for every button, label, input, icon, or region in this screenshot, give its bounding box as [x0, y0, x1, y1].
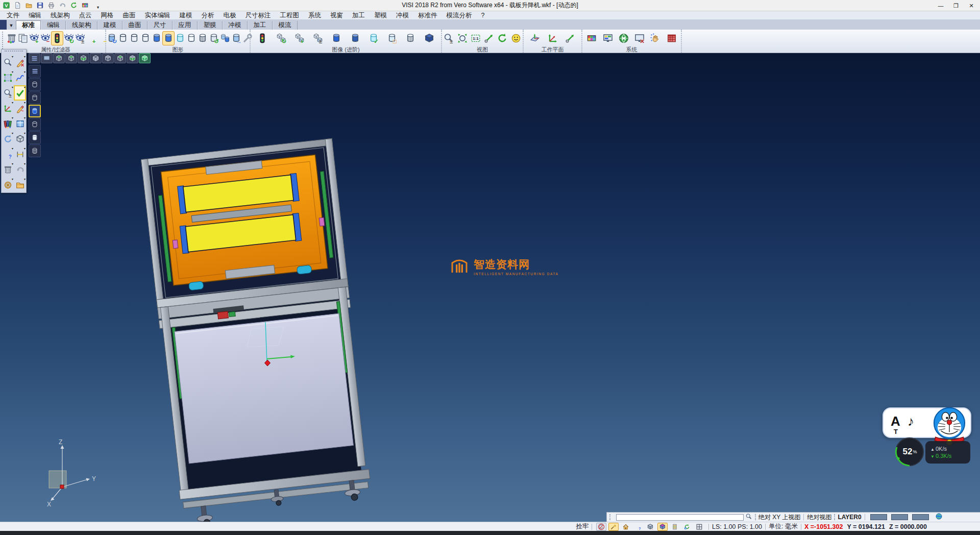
tab-加工[interactable]: 加工	[248, 21, 273, 30]
render-banded-icon[interactable]	[350, 33, 361, 44]
render-list-icon[interactable]	[29, 65, 41, 78]
graphic-pair-icon[interactable]	[219, 33, 231, 44]
tab-模流[interactable]: 模流	[273, 21, 298, 30]
snap-home-icon[interactable]	[622, 523, 629, 530]
pick-wand-icon[interactable]	[608, 523, 619, 531]
menu-标准件[interactable]: 标准件	[413, 11, 442, 19]
sketch-curve-icon[interactable]: ~	[15, 104, 25, 113]
show-plus-icon[interactable]: +	[86, 31, 97, 45]
sketch-curve-icon[interactable]: ~▾	[14, 101, 26, 116]
view-arrow-icon[interactable]	[483, 33, 495, 44]
open-project-icon[interactable]: ▾	[14, 177, 26, 192]
render-tag-icon[interactable]: □	[385, 31, 399, 45]
ghost-icon[interactable]	[31, 134, 39, 142]
render-list-icon[interactable]	[31, 67, 39, 75]
menu-加工[interactable]: 加工	[348, 11, 370, 19]
filter-plusminus-icon[interactable]: ±	[75, 33, 86, 44]
close-button[interactable]: ✕	[964, 0, 979, 11]
view-refresh-icon[interactable]	[497, 33, 508, 44]
graphic-wire2-icon[interactable]	[129, 31, 140, 45]
system-screen-icon[interactable]	[602, 33, 614, 44]
auto-rotate-icon[interactable]: +	[683, 523, 691, 530]
attribute-books-icon[interactable]: ▾	[2, 116, 14, 131]
xray-icon[interactable]	[29, 144, 41, 157]
navigator-wheel-icon[interactable]	[3, 180, 13, 190]
render-cube-icon[interactable]	[423, 31, 436, 45]
dynamic-cube-icon[interactable]	[657, 523, 668, 531]
filter-remove-icon[interactable]: −	[40, 33, 51, 44]
overlay-widget-pill[interactable]: A ♪ T	[883, 407, 971, 438]
view-shaded-icon[interactable]	[139, 53, 151, 63]
menu-电极[interactable]: 电极	[219, 11, 241, 19]
render-banded-icon[interactable]	[349, 31, 362, 45]
refresh-icon[interactable]	[69, 1, 78, 10]
cube-arrow-icon[interactable]: →	[645, 523, 655, 531]
view-top-icon[interactable]	[65, 53, 77, 63]
tab-线架构[interactable]: 线架构	[66, 21, 97, 30]
color-swatch-3[interactable]	[912, 514, 929, 520]
workplane-move-icon[interactable]	[547, 33, 558, 44]
system-palette-icon[interactable]	[585, 31, 598, 45]
workplane-create-icon[interactable]	[529, 33, 541, 44]
grid-window-icon[interactable]	[694, 523, 704, 531]
search-icon[interactable]	[745, 513, 752, 522]
render-edit-icon[interactable]: ±	[312, 33, 324, 44]
attribute-books-icon[interactable]	[3, 119, 13, 129]
menu-?[interactable]: ?	[477, 11, 489, 19]
system-globe-tools-icon[interactable]	[618, 33, 629, 44]
graphic-shaded-icon[interactable]	[163, 33, 174, 44]
color-swatch-2[interactable]	[891, 514, 908, 520]
view-bottom-icon[interactable]	[80, 55, 87, 62]
graphic-striped-icon[interactable]	[197, 33, 208, 44]
graphic-wire1-icon[interactable]	[117, 33, 129, 44]
zoom-one-to-one-icon[interactable]: 1:1	[470, 33, 481, 44]
color-swatch-1[interactable]	[870, 514, 887, 520]
system-grid-icon[interactable]	[665, 31, 678, 45]
render-cube-icon[interactable]	[424, 33, 435, 44]
view-back-icon[interactable]	[102, 53, 114, 63]
menu-尺寸标注[interactable]: 尺寸标注	[241, 11, 276, 19]
maximize-button[interactable]: ❐	[948, 0, 964, 11]
visi-logo[interactable]: V	[2, 1, 11, 10]
show-plus-icon[interactable]: +	[86, 33, 97, 44]
xray-icon[interactable]	[31, 147, 39, 155]
cube-arrow-icon[interactable]: →	[647, 523, 654, 530]
view-top-icon[interactable]	[67, 55, 75, 62]
open-project-icon[interactable]	[15, 180, 25, 190]
tab-dropdown-button[interactable]: ▼	[7, 21, 16, 30]
selection-filter-icon[interactable]: ▾	[2, 55, 14, 70]
navigator-wheel-icon[interactable]: ▾	[2, 177, 14, 192]
menu-系统[interactable]: 系统	[304, 11, 326, 19]
menu-工程图[interactable]: 工程图	[276, 11, 304, 19]
menu-视窗[interactable]: 视窗	[326, 11, 348, 19]
title-bar[interactable]: V▾ VISI 2018 R2 from Vero Software x64 -…	[0, 0, 980, 11]
render-light-icon[interactable]	[256, 31, 269, 45]
render-striped-icon[interactable]	[405, 33, 416, 44]
view-arrow-icon[interactable]	[482, 31, 496, 45]
system-pick-icon[interactable]	[650, 33, 661, 44]
measure-icon[interactable]	[15, 150, 25, 159]
layer-name[interactable]: LAYER0	[838, 514, 861, 521]
view-refresh-icon[interactable]	[496, 31, 509, 45]
graphic-transparent-icon[interactable]	[175, 31, 186, 45]
tab-标准[interactable]: 标准	[16, 20, 41, 30]
view-observer-icon[interactable]	[509, 31, 523, 45]
workplane-move-icon[interactable]	[546, 31, 559, 45]
menu-冲模[interactable]: 冲模	[391, 11, 413, 19]
tab-建模[interactable]: 建模	[97, 21, 122, 30]
view-ref-label[interactable]: 绝对视图	[807, 513, 831, 522]
view-observer-icon[interactable]	[510, 33, 522, 44]
zoom-one-to-one-icon[interactable]: 1:1	[469, 31, 482, 45]
system-screen-icon[interactable]	[601, 31, 615, 45]
solid-cube-icon[interactable]	[15, 134, 25, 144]
view-right-icon[interactable]	[129, 55, 136, 62]
attributes-trash-icon[interactable]	[6, 33, 17, 44]
regen-icon[interactable]	[3, 134, 13, 144]
view-front-icon[interactable]	[90, 53, 102, 63]
plane-frame-icon[interactable]: ▾	[2, 70, 14, 85]
graphic-transparent-icon[interactable]	[175, 33, 186, 44]
graphic-striped-icon[interactable]	[197, 31, 208, 45]
context-help-icon[interactable]: ?	[633, 523, 643, 531]
attributes-trash-icon[interactable]	[6, 31, 17, 45]
render-check-icon[interactable]: ✓	[368, 33, 379, 44]
